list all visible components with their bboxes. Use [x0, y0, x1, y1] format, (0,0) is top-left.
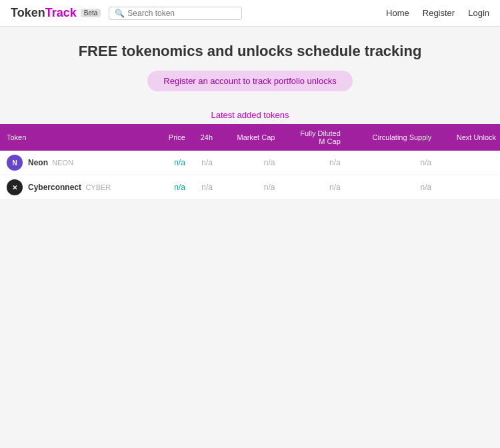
col-mcap: Market Cap — [217, 124, 279, 151]
token-name: Cyberconnect — [28, 183, 81, 192]
logo: TokenTrack — [11, 6, 77, 20]
token-next-unlock — [435, 175, 500, 200]
cta-button[interactable]: Register an account to track portfolio u… — [147, 71, 352, 91]
nav-login[interactable]: Login — [468, 8, 489, 18]
header: TokenTrack Beta 🔍 Home Register Login — [0, 0, 500, 27]
tokens-table: Token Price 24h Market Cap Fully Diluted… — [0, 124, 500, 200]
token-change: n/a — [189, 151, 217, 175]
token-ticker: NEON — [52, 159, 73, 167]
token-icon: ✕ — [7, 179, 23, 195]
token-mcap: n/a — [217, 151, 279, 175]
col-price: Price — [156, 124, 189, 151]
token-supply: n/a — [345, 151, 436, 175]
token-change: n/a — [189, 175, 217, 200]
token-mcap: n/a — [217, 175, 279, 200]
token-next-unlock — [435, 151, 500, 175]
search-input[interactable] — [127, 9, 236, 18]
search-icon: 🔍 — [115, 9, 125, 18]
tokens-table-wrapper: Token Price 24h Market Cap Fully Diluted… — [0, 124, 500, 200]
token-price: n/a — [156, 175, 189, 200]
token-price: n/a — [156, 151, 189, 175]
col-fd-mcap: Fully DilutedM Cap — [279, 124, 344, 151]
logo-track: Track — [45, 6, 77, 19]
search-box[interactable]: 🔍 — [109, 7, 242, 20]
col-next-unlock: Next Unlock — [435, 124, 500, 151]
hero-section: FREE tokenomics and unlocks schedule tra… — [0, 27, 500, 102]
table-row: N Neon NEON n/an/an/an/an/a — [0, 151, 500, 175]
token-fd-mcap: n/a — [279, 151, 344, 175]
section-title: Latest added tokens — [0, 102, 500, 124]
section-label-link[interactable]: tokens — [263, 110, 289, 120]
table-row: ✕ Cyberconnect CYBER n/an/an/an/an/a — [0, 175, 500, 200]
col-token: Token — [0, 124, 156, 151]
beta-badge: Beta — [81, 9, 101, 17]
table-header-row: Token Price 24h Market Cap Fully Diluted… — [0, 124, 500, 151]
section-label-prefix: Latest added — [211, 110, 263, 120]
token-cell: N Neon NEON — [0, 151, 156, 175]
nav-register[interactable]: Register — [423, 8, 455, 18]
token-ticker: CYBER — [85, 183, 111, 191]
col-circ-supply: Circulating Supply — [345, 124, 436, 151]
token-name: Neon — [28, 158, 48, 167]
token-icon: N — [7, 155, 23, 171]
token-cell: ✕ Cyberconnect CYBER — [0, 175, 156, 200]
nav: Home Register Login — [386, 8, 489, 18]
token-fd-mcap: n/a — [279, 175, 344, 200]
logo-token: Token — [11, 6, 45, 19]
hero-title: FREE tokenomics and unlocks schedule tra… — [13, 43, 487, 60]
token-supply: n/a — [345, 175, 436, 200]
col-24h: 24h — [189, 124, 217, 151]
nav-home[interactable]: Home — [386, 8, 409, 18]
